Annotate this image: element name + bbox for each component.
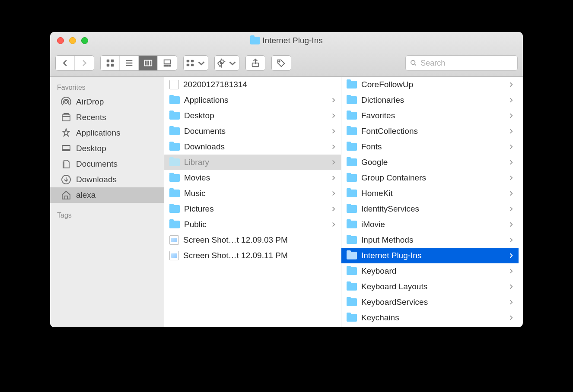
sidebar-item-desktop[interactable]: Desktop — [50, 141, 164, 156]
folder-row[interactable]: Dictionaries — [341, 92, 519, 108]
chevron-right-icon — [508, 299, 514, 305]
folder-icon — [347, 283, 357, 291]
list-view-button[interactable] — [120, 56, 139, 70]
titlebar: Internet Plug-Ins — [50, 32, 523, 77]
folder-row[interactable]: FontCollections — [341, 123, 519, 139]
item-name: Pictures — [184, 204, 326, 214]
svg-point-21 — [411, 60, 415, 64]
sidebar-item-applications[interactable]: Applications — [50, 125, 164, 141]
folder-icon — [169, 158, 180, 166]
folder-row[interactable]: HomeKit — [341, 186, 519, 201]
svg-rect-7 — [144, 60, 152, 66]
file-row[interactable]: Screen Shot…t 12.09.11 PM — [164, 248, 341, 263]
folder-row[interactable]: Keychains — [341, 310, 519, 326]
folder-row[interactable]: Public — [164, 217, 341, 232]
folder-icon — [347, 174, 357, 182]
folder-icon — [169, 143, 180, 151]
action-button[interactable] — [215, 56, 239, 70]
item-name: Google — [361, 158, 504, 167]
close-button[interactable] — [57, 37, 64, 44]
sidebar-item-label: alexa — [76, 190, 96, 200]
chevron-right-icon — [331, 97, 337, 103]
folder-row[interactable]: Library — [164, 155, 341, 170]
folder-row[interactable]: Input Methods — [341, 232, 519, 248]
folder-row[interactable]: Downloads — [164, 139, 341, 155]
svg-point-23 — [65, 101, 68, 104]
folder-row[interactable]: Desktop — [164, 108, 341, 123]
sidebar-item-label: AirDrop — [76, 97, 104, 107]
item-name: Applications — [184, 95, 326, 105]
folder-row[interactable]: Movies — [164, 170, 341, 186]
chevron-right-icon — [508, 206, 514, 212]
search-box[interactable] — [405, 55, 518, 71]
folder-icon — [347, 205, 357, 213]
window-title: Internet Plug-Ins — [50, 36, 523, 45]
column-1[interactable]: CoreFollowUpDictionariesFavoritesFontCol… — [341, 77, 519, 327]
folder-row[interactable]: Applications — [164, 92, 341, 108]
fullscreen-button[interactable] — [81, 37, 88, 44]
folder-row[interactable]: CoreFollowUp — [341, 77, 519, 92]
minimize-button[interactable] — [69, 37, 76, 44]
svg-rect-10 — [164, 60, 171, 64]
folder-row[interactable]: Google — [341, 155, 519, 170]
tags-button[interactable] — [272, 56, 291, 70]
file-row[interactable]: Screen Shot…t 12.09.03 PM — [164, 232, 341, 248]
file-row[interactable]: 20200127181314 — [164, 77, 341, 92]
sidebar-item-downloads[interactable]: Downloads — [50, 172, 164, 187]
folder-row[interactable]: Keyboard Layouts — [341, 279, 519, 294]
documents-icon — [60, 158, 72, 170]
folder-row[interactable]: Keyboard — [341, 263, 519, 279]
folder-row[interactable]: Internet Plug-Ins — [341, 248, 519, 263]
action-button-group — [214, 55, 239, 71]
back-button[interactable] — [56, 56, 75, 70]
chevron-right-icon — [508, 82, 514, 88]
search-icon — [410, 59, 417, 67]
folder-icon — [169, 112, 180, 120]
folder-row[interactable]: Group Containers — [341, 170, 519, 186]
folder-icon — [347, 298, 357, 306]
column-0[interactable]: 20200127181314ApplicationsDesktopDocumen… — [164, 77, 341, 327]
item-name: Favorites — [361, 111, 504, 120]
item-name: iMovie — [361, 220, 504, 229]
sidebar-item-recents[interactable]: Recents — [50, 110, 164, 125]
folder-row[interactable]: Favorites — [341, 108, 519, 123]
folder-row[interactable]: KeyboardServices — [341, 294, 519, 310]
folder-icon — [250, 37, 260, 44]
svg-line-22 — [414, 64, 416, 65]
sidebar-item-label: Applications — [76, 128, 120, 138]
folder-row[interactable]: Pictures — [164, 201, 341, 217]
search-input[interactable] — [420, 59, 513, 68]
chevron-right-icon — [508, 159, 514, 165]
item-name: Fonts — [361, 142, 504, 152]
folder-row[interactable]: IdentityServices — [341, 201, 519, 217]
folder-row[interactable]: Music — [164, 186, 341, 201]
sidebar-item-home[interactable]: alexa — [50, 187, 164, 203]
folder-row[interactable]: iMovie — [341, 217, 519, 232]
folder-row[interactable]: Documents — [164, 123, 341, 139]
sidebar-item-documents[interactable]: Documents — [50, 156, 164, 172]
chevron-right-icon — [508, 268, 514, 274]
share-button[interactable] — [246, 56, 265, 70]
chevron-right-icon — [508, 128, 514, 134]
icon-view-button[interactable] — [101, 56, 120, 70]
folder-icon — [347, 221, 357, 228]
item-name: Keyboard Layouts — [361, 282, 504, 291]
forward-button[interactable] — [75, 56, 94, 70]
folder-row[interactable]: Fonts — [341, 139, 519, 155]
group-by-button[interactable] — [184, 56, 208, 70]
nav-buttons — [55, 55, 94, 71]
folder-icon — [169, 174, 180, 182]
chevron-right-icon — [331, 221, 337, 228]
gallery-view-button[interactable] — [158, 56, 177, 70]
folder-icon — [169, 190, 180, 197]
column-view-button[interactable] — [139, 56, 158, 70]
folder-icon — [347, 96, 357, 104]
tags-header: Tags — [50, 209, 164, 222]
folder-icon — [347, 252, 357, 259]
sidebar-item-label: Desktop — [76, 144, 106, 153]
chevron-right-icon — [508, 97, 514, 103]
view-buttons — [100, 55, 177, 71]
item-name: FontCollections — [361, 126, 504, 136]
sidebar-item-label: Recents — [76, 113, 106, 122]
sidebar-item-airdrop[interactable]: AirDrop — [50, 94, 164, 110]
